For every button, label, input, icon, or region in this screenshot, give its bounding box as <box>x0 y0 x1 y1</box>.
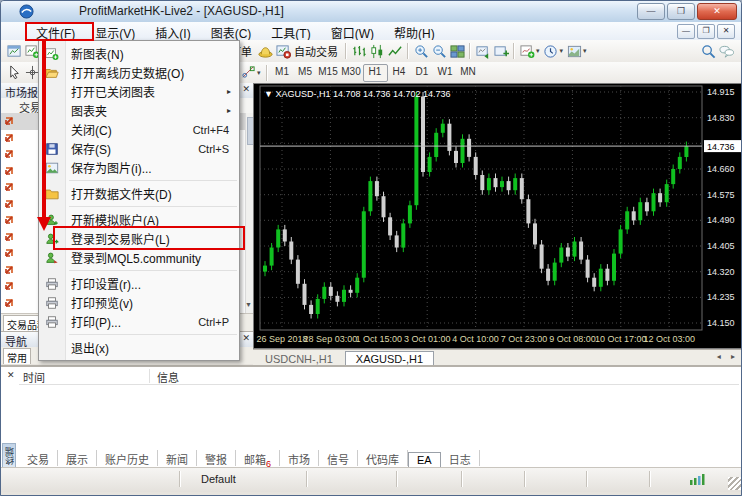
terminal-panel: ✕ 时间 信息 交易展示账户历史新闻警报邮箱6市场信号代码库EA日志 终端 <box>1 365 742 469</box>
chat-icon[interactable] <box>717 42 735 60</box>
timeframe-m30[interactable]: M30 <box>340 64 363 80</box>
terminal-tab-3[interactable]: 新闻 <box>158 450 197 466</box>
navigator-close-icon[interactable]: ✕ <box>242 333 250 343</box>
timeframe-h1[interactable]: H1 <box>363 64 388 82</box>
svg-text:14.830: 14.830 <box>707 113 735 123</box>
terminal-close-icon[interactable]: ✕ <box>7 370 15 380</box>
autotrading-button[interactable]: 自动交易 <box>274 42 342 60</box>
menubar-item-5[interactable]: 窗口(W) <box>321 22 384 40</box>
cursor-icon[interactable] <box>5 64 23 82</box>
terminal-tab-4[interactable]: 警报 <box>197 450 236 466</box>
message-column-header[interactable]: 信息 <box>153 369 717 383</box>
print-icon <box>39 276 65 292</box>
chart-window[interactable]: 26 Sep 201828 Sep 03:001 Oct 15:003 Oct … <box>253 83 742 349</box>
tile-windows-icon[interactable] <box>448 42 466 60</box>
zoom-out-icon[interactable] <box>430 42 448 60</box>
file-menu-item-1[interactable]: 打开离线历史数据(O) <box>39 63 239 82</box>
chart-window-icon[interactable] <box>5 42 23 60</box>
annotation-box-file-menu <box>25 22 94 41</box>
app-logo-icon <box>19 4 34 19</box>
close-button[interactable]: ✕ <box>697 3 737 20</box>
menu-separator <box>39 331 239 338</box>
timeframe-m1[interactable]: M1 <box>271 64 294 80</box>
terminal-tab-1[interactable]: 展示 <box>58 450 97 466</box>
file-menu-item-10[interactable]: 登录到MQL5.community <box>39 248 239 267</box>
title-bar: ProfitMarketHK-Live2 - [XAGUSD-,H1] — ❐ … <box>1 1 741 23</box>
menu-item-label: 退出(x) <box>65 339 239 356</box>
menu-item-label: 关闭(C) <box>65 121 193 138</box>
objects-dropdown[interactable]: ▾ <box>239 64 263 82</box>
time-column-header[interactable]: 时间 <box>19 369 150 383</box>
annotation-arrow-line <box>42 39 46 217</box>
terminal-tab-0[interactable]: 交易 <box>19 450 58 466</box>
child-close-button[interactable]: ✕ <box>717 24 735 39</box>
periods-icon[interactable] <box>542 42 560 60</box>
indicators-icon[interactable] <box>518 42 536 60</box>
file-menu-item-2[interactable]: 打开已关闭图表▸ <box>39 82 239 101</box>
file-menu-item-0[interactable]: 新图表(N) <box>39 44 239 63</box>
timeframe-d1[interactable]: D1 <box>411 64 434 80</box>
menubar-item-1[interactable]: 显示(V) <box>85 22 145 40</box>
print-icon <box>39 314 65 330</box>
file-menu-item-12[interactable]: 打印预览(v) <box>39 293 239 312</box>
templates-caret-icon[interactable]: ▾ <box>583 47 587 55</box>
indicators-caret-icon[interactable]: ▾ <box>536 47 540 55</box>
symbol-direction-icon <box>4 199 14 209</box>
file-menu-item-7[interactable]: 打开数据文件夹(D) <box>39 184 239 203</box>
terminal-tab-8[interactable]: 代码库 <box>358 450 408 466</box>
file-menu-item-11[interactable]: 打印设置(r)... <box>39 274 239 293</box>
child-minimize-button[interactable]: — <box>677 24 695 39</box>
scroll-down-icon[interactable]: ▼ <box>245 301 252 308</box>
file-menu-item-4[interactable]: 关闭(C)Ctrl+F4 <box>39 120 239 139</box>
timeframe-w1[interactable]: W1 <box>434 64 457 80</box>
objects-icon <box>239 64 257 82</box>
terminal-header: 时间 信息 <box>19 369 739 385</box>
menu-item-label: 打开离线历史数据(O) <box>65 64 239 81</box>
symbol-direction-icon <box>4 248 14 258</box>
file-menu-item-6[interactable]: 保存为图片(i)... <box>39 158 239 177</box>
periods-caret-icon[interactable]: ▾ <box>560 47 564 55</box>
menubar-item-6[interactable]: 帮助(H) <box>384 22 445 40</box>
menubar-item-3[interactable]: 图表(C) <box>201 22 262 40</box>
terminal-side-tab[interactable]: 终端 <box>2 443 16 469</box>
terminal-tab-7[interactable]: 信号 <box>319 450 358 466</box>
zoom-in-icon[interactable] <box>412 42 430 60</box>
file-menu-item-13[interactable]: 打印(P)...Ctrl+P <box>39 312 239 331</box>
menubar-item-4[interactable]: 工具(T) <box>261 22 320 40</box>
chart-tab-usdcnhh1[interactable]: USDCNH-,H1 <box>255 352 343 366</box>
menubar-item-2[interactable]: 插入(I) <box>145 22 200 40</box>
bar-chart-icon[interactable] <box>350 42 368 60</box>
auto-arrange-icon[interactable] <box>474 42 492 60</box>
expert-advisors-icon[interactable] <box>256 42 274 60</box>
timeframe-h4[interactable]: H4 <box>388 64 411 80</box>
child-restore-button[interactable]: ❐ <box>697 24 715 39</box>
timeframe-mn[interactable]: MN <box>457 64 480 80</box>
common-tab[interactable]: 常用 <box>3 348 31 364</box>
line-chart-icon[interactable] <box>386 42 404 60</box>
file-menu-item-5[interactable]: 保存(S)Ctrl+S <box>39 139 239 158</box>
search-icon[interactable] <box>699 42 717 60</box>
svg-text:9 Oct 08:00: 9 Oct 08:00 <box>549 334 596 344</box>
timeframe-m5[interactable]: M5 <box>294 64 317 80</box>
market-watch-close-icon[interactable]: ✕ <box>242 84 250 94</box>
file-menu-item-3[interactable]: 图表夹▸ <box>39 101 239 120</box>
file-menu-item-14[interactable]: 退出(x) <box>39 338 239 357</box>
terminal-tab-5[interactable]: 邮箱6 <box>236 450 280 466</box>
chart-tab-next-icon[interactable]: ▸ <box>731 352 739 361</box>
maximize-button[interactable]: ❐ <box>667 3 695 20</box>
profile-name[interactable]: Default <box>201 473 236 485</box>
svg-text:12 Oct 03:00: 12 Oct 03:00 <box>643 334 695 344</box>
terminal-tab-10[interactable]: 日志 <box>441 450 480 466</box>
svg-text:26 Sep 2018: 26 Sep 2018 <box>256 334 307 344</box>
candlestick-chart-icon[interactable] <box>368 42 386 60</box>
templates-icon[interactable] <box>565 42 583 60</box>
resize-grip[interactable] <box>728 477 741 490</box>
minimize-button[interactable]: — <box>637 3 665 20</box>
menu-separator <box>39 267 239 274</box>
chart-tab-xagusdh1[interactable]: XAGUSD-,H1 <box>345 351 434 366</box>
terminal-tab-2[interactable]: 账户历史 <box>97 450 158 466</box>
track-chart-icon[interactable] <box>492 42 510 60</box>
chart-tab-prev-icon[interactable]: ◂ <box>717 352 725 361</box>
terminal-tab-6[interactable]: 市场 <box>280 450 319 466</box>
timeframe-m15[interactable]: M15 <box>317 64 340 80</box>
